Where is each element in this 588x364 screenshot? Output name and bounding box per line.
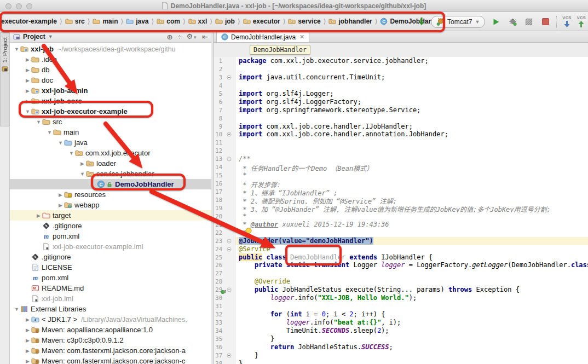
chevron-down-icon[interactable]: ▼ [57, 140, 64, 146]
editor-gutter[interactable]: 32 [214, 310, 235, 319]
code-line-text[interactable]: import java.util.concurrent.TimeUnit; [235, 73, 588, 82]
editor-gutter[interactable]: 21 [214, 221, 235, 229]
code-line-text[interactable]: @JobHander(value="demoJobHandler") [235, 237, 588, 245]
editor-gutter[interactable]: 13 [214, 155, 235, 163]
breadcrumb-item-xxl[interactable]: xxl [188, 18, 207, 25]
vcs-commit-button[interactable]: VCS [577, 15, 586, 28]
editor-gutter[interactable]: 15 [214, 171, 235, 180]
code-line-text[interactable]: } [235, 360, 588, 364]
editor-gutter[interactable]: 14 [214, 163, 235, 171]
editor-gutter[interactable]: 35 [214, 335, 235, 343]
tree-item-maven-com-fasterxml-jackson-core-jackson-a[interactable]: ▶Maven: com.fasterxml.jackson.core:jacks… [10, 345, 211, 356]
editor-gutter[interactable]: 7 [214, 106, 235, 114]
editor-gutter[interactable]: 29 [214, 286, 235, 294]
collapse-all-icon[interactable]: ÷ [177, 33, 181, 41]
code-line-text[interactable]: @Service [235, 245, 588, 253]
tree-item--gitignore[interactable]: .gitignore [10, 252, 211, 262]
breadcrumb-item-jobhandler[interactable]: jobhandler [328, 18, 372, 25]
chevron-right-icon[interactable]: ▶ [24, 57, 31, 62]
code-line-text[interactable]: for (int i = 0; i < 2; i++) { [235, 310, 588, 319]
chevron-right-icon[interactable]: ▶ [24, 327, 31, 333]
editor-gutter[interactable]: 20 [214, 212, 235, 221]
editor-gutter[interactable]: 10 [214, 130, 235, 138]
stop-button[interactable] [540, 16, 551, 27]
editor-gutter[interactable]: 6 [214, 98, 235, 106]
editor-gutter[interactable]: 3 [214, 73, 235, 82]
code-line-text[interactable]: import com.xxl.job.core.handler.IJobHand… [235, 123, 588, 131]
code-line-text[interactable]: logger.info("beat at:{}", i); [235, 319, 588, 327]
code-line-text[interactable] [235, 65, 588, 73]
tree-item-xxl-job-iml[interactable]: xxl-job.iml [10, 293, 211, 304]
tree-item-resources[interactable]: ▶resources [10, 189, 211, 200]
code-line-text[interactable]: /** [235, 155, 588, 163]
code-editor[interactable]: 1package com.xxl.job.executor.service.jo… [214, 57, 588, 364]
code-line-text[interactable]: public class DemoJobHandler extends IJob… [235, 253, 588, 262]
chevron-right-icon[interactable]: ▶ [24, 78, 31, 83]
zoom-window-icon[interactable] [26, 3, 32, 9]
editor-gutter[interactable]: 4 [214, 82, 235, 90]
code-line-text[interactable]: @Override [235, 278, 588, 286]
editor-gutter[interactable]: 11 [214, 138, 235, 147]
tree-item--idea[interactable]: ▶.idea [10, 54, 211, 65]
editor-gutter[interactable]: 16 [214, 180, 235, 188]
code-line-text[interactable]: } [235, 351, 588, 360]
editor-gutter[interactable]: 36 [214, 343, 235, 351]
editor-gutter[interactable]: 12 [214, 147, 235, 155]
code-line-text[interactable]: * 任务Handler的一个Demo （Bean模式） [235, 163, 588, 171]
editor-tab[interactable]: C DemoJobHandler.java ✕ [216, 31, 309, 42]
editor-gutter[interactable]: 17 [214, 188, 235, 196]
intention-bulb-icon[interactable] [244, 227, 253, 239]
chevron-right-icon[interactable]: ▶ [24, 88, 31, 94]
chevron-right-icon[interactable]: ▶ [24, 99, 31, 104]
chevron-down-icon[interactable]: ▼ [46, 130, 53, 135]
code-line-text[interactable]: * [235, 171, 588, 180]
code-line-text[interactable]: import org.slf4j.LoggerFactory; [235, 98, 588, 106]
editor-gutter[interactable]: 26 [214, 261, 235, 269]
chevron-down-icon[interactable]: ▼ [13, 307, 20, 312]
tree-item-maven-c3p0-c3p0-0-9-1-2[interactable]: ▶Maven: c3p0:c3p0:0.9.1.2 [10, 335, 211, 345]
tree-item-java[interactable]: ▼java [10, 137, 211, 148]
tree-item-license[interactable]: LICENSE [10, 262, 211, 273]
tree-item-pom-xml[interactable]: mpom.xml [10, 231, 211, 241]
code-line-text[interactable]: * 3、加 “@JobHander” 注解, 注解value值为新增任务生成的J… [235, 204, 588, 212]
editor-gutter[interactable]: 1 [214, 57, 235, 65]
code-line-text[interactable]: * @author xuxueli 2015-12-19 19:43:36 [235, 221, 588, 229]
breadcrumb-item-java[interactable]: java [126, 18, 148, 25]
close-tab-icon[interactable]: ✕ [299, 33, 304, 41]
editor-gutter[interactable]: 5 [214, 90, 235, 98]
code-line-text[interactable]: */ [235, 229, 588, 237]
breadcrumb-item-service[interactable]: service [288, 18, 320, 25]
tree-item-xxl-job[interactable]: ▼xxl-job~/workspaces/idea-git-workspace/… [10, 44, 211, 54]
chevron-right-icon[interactable]: ▶ [24, 348, 31, 354]
editor-gutter[interactable]: 30 [214, 294, 235, 302]
editor-gutter[interactable]: 19 [214, 204, 235, 212]
project-panel-title[interactable]: Project ▼ [13, 33, 53, 41]
tree-item-src[interactable]: ▼src [10, 117, 211, 127]
chevron-down-icon[interactable]: ▼ [35, 119, 42, 125]
tree-item-maven-aopalliance-aopalliance-1-0[interactable]: ▶Maven: aopalliance:aopalliance:1.0 [10, 325, 211, 335]
code-line-text[interactable]: import org.slf4j.Logger; [235, 90, 588, 98]
editor-gutter[interactable]: 31 [214, 302, 235, 310]
tree-item-doc[interactable]: ▶doc [10, 75, 211, 85]
tree-item-xxl-job-executor-example-iml[interactable]: xxl-job-executor-example.iml [10, 241, 211, 252]
editor-gutter[interactable]: 9 [214, 123, 235, 131]
tree-item-xxl-job-executor-example[interactable]: ▼xxl-job-executor-example [10, 106, 211, 117]
coverage-button[interactable] [523, 16, 534, 27]
chevron-right-icon[interactable]: ▶ [57, 203, 64, 208]
editor-gutter[interactable]: 28 [214, 278, 235, 286]
chevron-right-icon[interactable]: ▶ [24, 67, 31, 73]
chevron-right-icon[interactable]: ▶ [57, 192, 64, 198]
editor-gutter[interactable]: 33 [214, 319, 235, 327]
tree-item-db[interactable]: ▶db [10, 65, 211, 75]
locate-file-icon[interactable]: ⊕ [166, 33, 172, 41]
code-line-text[interactable]: logger.info("XXL-JOB, Hello World."); [235, 294, 588, 302]
editor-gutter[interactable]: 38 [214, 360, 235, 364]
tree-item--jdk1-7-[interactable]: ▶< JDK1.7 >/Library/Java/JavaVirtualMach… [10, 314, 211, 325]
code-line-text[interactable]: * 1、继承 “IJobHandler” ; [235, 188, 588, 196]
settings-gear-icon[interactable]: ⚙▼ [187, 33, 198, 41]
code-line-text[interactable] [235, 302, 588, 310]
tree-item-webapp[interactable]: ▶webapp [10, 200, 211, 210]
editor-gutter[interactable]: 34 [214, 327, 235, 335]
chevron-down-icon[interactable]: ▼ [79, 171, 86, 177]
run-button[interactable] [491, 16, 501, 27]
